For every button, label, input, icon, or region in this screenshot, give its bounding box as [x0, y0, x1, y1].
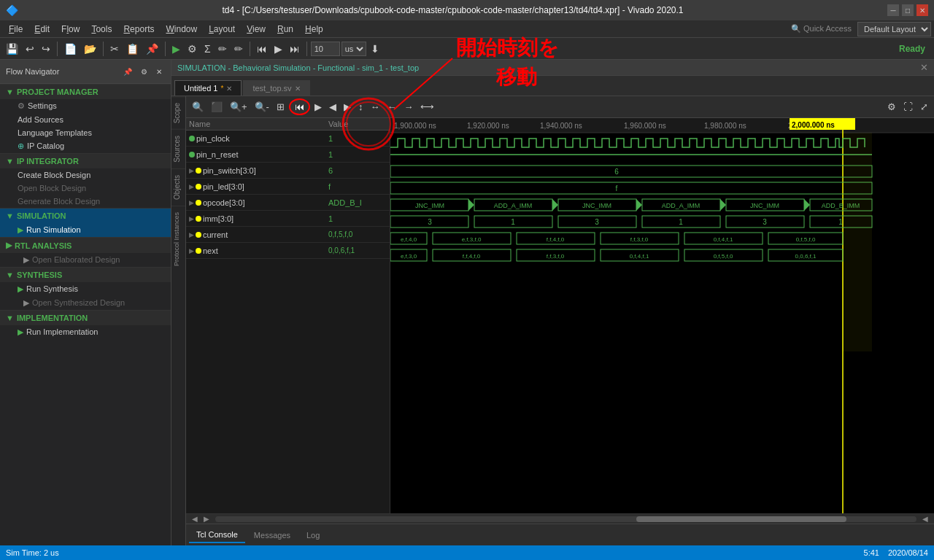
pin-led-expand[interactable]: ▶ [189, 183, 194, 190]
messages-tab[interactable]: Messages [247, 528, 298, 542]
menu-reports[interactable]: Reports [117, 23, 160, 36]
flow-nav-close[interactable]: ✕ [153, 63, 165, 80]
new-button[interactable]: 📄 [61, 40, 80, 58]
nav-language-templates[interactable]: Language Templates [0, 126, 171, 139]
signal-row-next[interactable]: ▶ next 0,0,6,f,1 [186, 243, 390, 259]
nav-open-elaborated-design[interactable]: ▶Open Elaborated Design [0, 253, 171, 267]
tab-untitled1[interactable]: Untitled 1 * ✕ [174, 80, 242, 96]
nav-open-block-design[interactable]: Open Block Design [0, 182, 171, 195]
scroll-left-btn[interactable]: ◀ [189, 515, 201, 523]
settings-tb-button[interactable]: ⚙ [185, 40, 200, 58]
imm-expand[interactable]: ▶ [189, 215, 194, 222]
wf-prev-edge-button[interactable]: ◀ [326, 100, 339, 114]
menu-file[interactable]: File [3, 23, 28, 36]
maximize-button[interactable]: □ [902, 4, 914, 16]
menu-window[interactable]: Window [160, 23, 203, 36]
run-green-button[interactable]: ▶ [169, 40, 183, 58]
section-project-manager-header[interactable]: ▼ PROJECT MANAGER [0, 84, 171, 99]
wf-measure-button[interactable]: ⟷ [417, 100, 437, 114]
next-expand[interactable]: ▶ [189, 247, 194, 254]
wf-fullscreen-button[interactable]: ⤢ [917, 100, 931, 114]
wf-cursor-left-button[interactable]: ← [384, 100, 399, 114]
scroll-track[interactable] [215, 516, 916, 522]
tab-test-top-sv[interactable]: test_top.sv ✕ [243, 80, 309, 96]
signal-row-opcode[interactable]: ▶ opcode[3:0] ADD_B_I [186, 195, 390, 211]
cut-button[interactable]: ✂ [107, 40, 122, 58]
run-for-button[interactable]: ⬇ [368, 40, 382, 58]
menu-edit[interactable]: Edit [28, 23, 55, 36]
sources-panel-tab[interactable]: Sources [171, 129, 185, 168]
edit1-button[interactable]: ✏ [215, 40, 230, 58]
wf-zoom-out-button[interactable]: 🔍- [252, 100, 272, 114]
section-simulation-header[interactable]: ▼ SIMULATION [0, 208, 171, 223]
wf-expand-button[interactable]: ⛶ [900, 100, 916, 114]
flow-nav-pin[interactable]: 📌 [120, 63, 135, 80]
signal-row-imm[interactable]: ▶ imm[3:0] 1 [186, 211, 390, 227]
sim-time-unit-select[interactable]: us ns ps [341, 42, 366, 56]
save-button[interactable]: 💾 [3, 40, 21, 58]
nav-run-implementation[interactable]: ▶Run Implementation [0, 325, 171, 339]
sim-close-button[interactable]: ✕ [920, 62, 928, 73]
scroll-thumb[interactable] [636, 516, 846, 522]
waveform-display-area[interactable]: 1,900.000 ns 1,920.000 ns 1,940.000 ns 1… [390, 118, 934, 513]
scope-panel-tab[interactable]: Scope [171, 96, 185, 129]
objects-panel-tab[interactable]: Objects [171, 168, 185, 206]
signal-row-pin-switch[interactable]: ▶ pin_switch[3:0] 6 [186, 163, 390, 179]
nav-start-button[interactable]: ⏮ [254, 40, 270, 58]
section-implementation-header[interactable]: ▼ IMPLEMENTATION [0, 310, 171, 325]
menu-tools[interactable]: Tools [85, 23, 117, 36]
nav-play-button[interactable]: ▶ [271, 40, 285, 58]
nav-run-synthesis[interactable]: ▶Run Synthesis [0, 282, 171, 296]
menu-layout[interactable]: Layout [203, 23, 241, 36]
section-rtl-analysis-header[interactable]: ▶ RTL ANALYSIS [0, 237, 171, 253]
wf-search-button[interactable]: 🔍 [189, 100, 207, 114]
signal-row-pin-clock[interactable]: pin_clock 1 [186, 131, 390, 147]
paste-button[interactable]: 📌 [143, 40, 161, 58]
current-expand[interactable]: ▶ [189, 231, 194, 238]
wf-play-button[interactable]: ▶ [312, 100, 325, 114]
pin-switch-expand[interactable]: ▶ [189, 167, 194, 174]
section-ip-integrator-header[interactable]: ▼ IP INTEGRATOR [0, 153, 171, 168]
wf-go-start-button[interactable]: ⏮ [289, 98, 310, 115]
nav-ip-catalog[interactable]: ⊕IP Catalog [0, 139, 171, 153]
nav-open-synthesized-design[interactable]: ▶Open Synthesized Design [0, 296, 171, 310]
wf-settings-button[interactable]: ⚙ [884, 100, 899, 114]
copy-button[interactable]: 📋 [123, 40, 142, 58]
wf-add-signal-button[interactable]: ⬛ [208, 100, 225, 114]
wf-zoom-fit-button[interactable]: ⊞ [274, 100, 287, 114]
nav-generate-block-design[interactable]: Generate Block Design [0, 195, 171, 208]
sim-time-input[interactable] [311, 42, 340, 56]
minimize-button[interactable]: ─ [887, 4, 899, 16]
wf-next-edge-button[interactable]: ▶ [341, 100, 354, 114]
tab-test-top-sv-close[interactable]: ✕ [295, 85, 301, 93]
undo-button[interactable]: ↩ [23, 40, 37, 58]
tcl-console-tab[interactable]: Tcl Console [189, 527, 245, 543]
sum-button[interactable]: Σ [201, 40, 214, 58]
signal-row-current[interactable]: ▶ current 0,f,5,f,0 [186, 227, 390, 243]
menu-view[interactable]: View [241, 23, 271, 36]
signal-row-pin-led[interactable]: ▶ pin_led[3:0] f [186, 179, 390, 195]
layout-select[interactable]: Default Layout [857, 22, 931, 36]
menu-flow[interactable]: Flow [55, 23, 85, 36]
edit2-button[interactable]: ✏ [231, 40, 246, 58]
flow-nav-settings[interactable]: ⚙ [138, 63, 150, 80]
wf-link-cursors-button[interactable]: ↔ [367, 100, 382, 114]
wf-cursor-right-button[interactable]: → [401, 100, 416, 114]
redo-button[interactable]: ↪ [39, 40, 53, 58]
nav-settings[interactable]: ⚙Settings [0, 99, 171, 113]
section-synthesis-header[interactable]: ▼ SYNTHESIS [0, 267, 171, 282]
close-button[interactable]: ✕ [916, 4, 928, 16]
wf-vertical-button[interactable]: ↕ [355, 100, 366, 114]
menu-help[interactable]: Help [299, 23, 329, 36]
open-button[interactable]: 📂 [81, 40, 99, 58]
tab-untitled1-close[interactable]: ✕ [226, 85, 232, 93]
nav-end-button[interactable]: ⏭ [287, 40, 303, 58]
nav-create-block-design[interactable]: Create Block Design [0, 168, 171, 182]
wf-zoom-in-button[interactable]: 🔍+ [227, 100, 250, 114]
menu-run[interactable]: Run [271, 23, 299, 36]
log-tab[interactable]: Log [299, 528, 327, 542]
opcode-expand[interactable]: ▶ [189, 199, 194, 206]
scroll-jump-btn[interactable]: ◀ [919, 515, 931, 523]
nav-add-sources[interactable]: Add Sources [0, 113, 171, 126]
nav-run-simulation[interactable]: ▶Run Simulation [0, 223, 171, 237]
